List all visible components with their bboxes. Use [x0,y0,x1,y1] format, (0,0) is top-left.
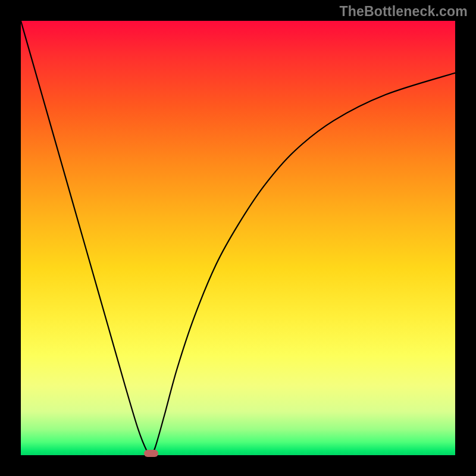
optimal-marker [144,450,158,457]
watermark-label: TheBottleneck.com [339,4,468,20]
bottleneck-curve [21,21,455,455]
plot-area [21,21,455,455]
chart-frame: TheBottleneck.com [0,0,476,476]
